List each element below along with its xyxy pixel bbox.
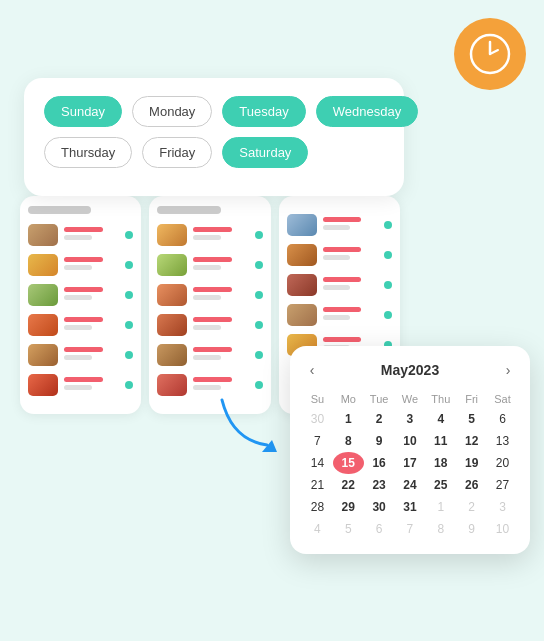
meal-dot [255,291,263,299]
meal-line-red [64,227,103,232]
calendar-day[interactable]: 20 [487,452,518,474]
meal-dot [125,291,133,299]
calendar-day[interactable]: 10 [487,518,518,540]
calendar-day[interactable]: 2 [456,496,487,518]
meal-line-red [193,257,232,262]
calendar-day[interactable]: 22 [333,474,364,496]
meal-info [64,287,119,303]
meal-thumbnail [157,374,187,396]
meal-line-gray [64,385,92,390]
day-btn-sunday[interactable]: Sunday [44,96,122,127]
day-btn-friday[interactable]: Friday [142,137,212,168]
calendar-day[interactable]: 4 [425,408,456,430]
meal-item [28,344,133,366]
meal-dot [255,351,263,359]
meal-thumbnail [287,274,317,296]
calendar-day[interactable]: 9 [456,518,487,540]
calendar-day[interactable]: 5 [333,518,364,540]
day-header-fri: Fri [456,390,487,408]
meal-dot [125,351,133,359]
calendar-day[interactable]: 12 [456,430,487,452]
calendar-day[interactable]: 26 [456,474,487,496]
meal-thumbnail [157,254,187,276]
calendar-day[interactable]: 25 [425,474,456,496]
calendar-prev-button[interactable]: ‹ [302,360,322,380]
day-header-we: We [395,390,426,408]
meal-line-gray [193,325,221,330]
meal-info [193,227,248,243]
day-btn-wednesday[interactable]: Wednesday [316,96,418,127]
calendar-day[interactable]: 7 [302,430,333,452]
meal-thumbnail [28,254,58,276]
day-btn-monday[interactable]: Monday [132,96,212,127]
day-selector-card: Sunday Monday Tuesday Wednesday Thursday… [24,78,404,196]
calendar-day[interactable]: 19 [456,452,487,474]
day-header-tue: Tue [364,390,395,408]
meal-line-red [193,347,232,352]
meal-thumbnail [157,284,187,306]
calendar-day[interactable]: 23 [364,474,395,496]
meal-line-gray [64,325,92,330]
calendar-popup: ‹ May2023 › Su Mo Tue We Thu Fri Sat 30 … [290,346,530,554]
meal-thumbnail [28,374,58,396]
meal-line-red [323,247,362,252]
meal-line-gray [193,265,221,270]
calendar-day[interactable]: 31 [395,496,426,518]
meal-thumbnail [287,214,317,236]
meal-dot [125,381,133,389]
calendar-day[interactable]: 30 [364,496,395,518]
arrow-decoration [212,380,292,460]
calendar-next-button[interactable]: › [498,360,518,380]
calendar-day[interactable]: 29 [333,496,364,518]
calendar-week: 4 5 6 7 8 9 10 [302,518,518,540]
meal-dot [255,231,263,239]
calendar-day[interactable]: 16 [364,452,395,474]
day-btn-saturday[interactable]: Saturday [222,137,308,168]
calendar-day[interactable]: 8 [425,518,456,540]
calendar-day[interactable]: 24 [395,474,426,496]
meal-info [323,247,378,263]
calendar-day[interactable]: 30 [302,408,333,430]
calendar-day[interactable]: 6 [364,518,395,540]
calendar-day[interactable]: 27 [487,474,518,496]
calendar-day[interactable]: 13 [487,430,518,452]
calendar-day[interactable]: 17 [395,452,426,474]
calendar-day[interactable]: 2 [364,408,395,430]
meal-line-gray [64,235,92,240]
meal-item [157,344,262,366]
meal-thumbnail [287,244,317,266]
meal-item [287,274,392,296]
calendar-day[interactable]: 1 [425,496,456,518]
calendar-day[interactable]: 9 [364,430,395,452]
calendar-day[interactable]: 10 [395,430,426,452]
calendar-day[interactable]: 18 [425,452,456,474]
calendar-day[interactable]: 11 [425,430,456,452]
meal-line-red [323,337,362,342]
meal-item [287,214,392,236]
calendar-week: 7 8 9 10 11 12 13 [302,430,518,452]
meal-item [157,254,262,276]
meal-thumbnail [28,344,58,366]
calendar-today[interactable]: 15 [333,452,364,474]
calendar-grid: Su Mo Tue We Thu Fri Sat 30 1 2 3 4 5 6 … [302,390,518,540]
calendar-day[interactable]: 7 [395,518,426,540]
meal-line-red [193,227,232,232]
day-btn-thursday[interactable]: Thursday [44,137,132,168]
calendar-day[interactable]: 5 [456,408,487,430]
calendar-day[interactable]: 4 [302,518,333,540]
meal-line-red [193,287,232,292]
calendar-day[interactable]: 28 [302,496,333,518]
calendar-day[interactable]: 3 [395,408,426,430]
calendar-day[interactable]: 8 [333,430,364,452]
calendar-day[interactable]: 21 [302,474,333,496]
calendar-day[interactable]: 3 [487,496,518,518]
calendar-day[interactable]: 14 [302,452,333,474]
meal-item [28,224,133,246]
meal-thumbnail [157,344,187,366]
calendar-day[interactable]: 6 [487,408,518,430]
meal-line-gray [323,225,351,230]
calendar-day[interactable]: 1 [333,408,364,430]
meal-line-red [64,347,103,352]
day-btn-tuesday[interactable]: Tuesday [222,96,305,127]
meal-info [64,227,119,243]
